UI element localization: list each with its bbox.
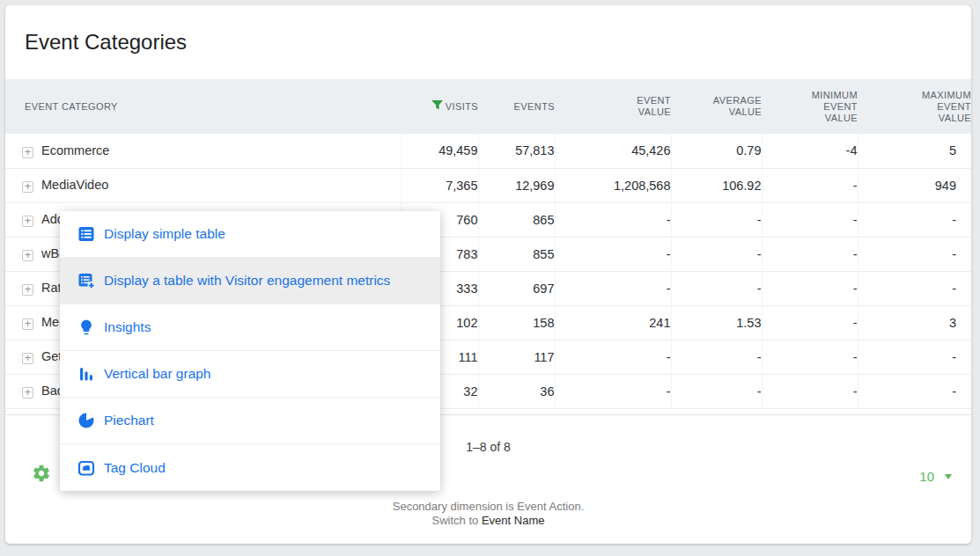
sort-funnel-icon [431,100,443,113]
cell-event-value: - [555,237,671,271]
page-title: Event Categories [5,5,971,79]
column-header-visits[interactable]: VISITS [401,79,478,134]
cell-events: 12,969 [478,168,555,202]
cell-visits: 7,365 [401,168,478,202]
menu-item-vertical-bar-graph[interactable]: Vertical bar graph [60,351,440,398]
expand-icon[interactable] [22,181,33,193]
cell-events: 158 [478,305,555,340]
cell-minimum-event-value: - [762,168,858,202]
column-header-average-value[interactable]: AVERAGE VALUE [671,79,762,134]
expand-icon[interactable] [22,353,33,364]
cell-maximum-event-value: - [858,271,971,305]
cell-maximum-event-value: 3 [858,305,971,340]
menu-item-label: Insights [104,319,151,335]
piechart-icon [77,412,95,429]
cell-minimum-event-value: - [762,202,858,237]
caret-down-icon [945,474,952,479]
report-notes: Secondary dimension is Event Action. Swi… [5,500,971,527]
cell-average-value: 0.79 [671,134,762,168]
gear-icon[interactable] [32,464,51,483]
lightbulb-icon [77,318,95,336]
rows-per-page-selector[interactable]: 10 [919,469,952,484]
menu-item-label: Display simple table [104,226,225,242]
cell-event-value: - [555,202,671,237]
menu-item-label: Vertical bar graph [104,366,211,382]
table-row: Ecommerce 49,459 57,813 45,426 0.79 -4 5 [5,134,971,168]
cell-maximum-event-value: - [858,374,971,408]
bar-graph-icon [77,365,95,383]
menu-item-label: Tag Cloud [104,460,166,476]
header-row: EVENT CATEGORY VISITS EVENTS [5,79,971,134]
cell-minimum-event-value: - [762,271,858,305]
cell-minimum-event-value: - [762,340,858,374]
expand-icon[interactable] [22,318,33,330]
cell-average-value: - [671,271,762,305]
row-label[interactable]: Get [41,349,62,363]
cell-events: 697 [478,271,555,305]
table-icon [77,225,95,243]
cell-minimum-event-value: - [762,374,858,408]
cell-average-value: - [671,374,762,408]
cell-event-value: - [555,374,671,408]
cell-average-value: - [671,340,762,374]
column-header-events[interactable]: EVENTS [478,79,555,134]
row-label[interactable]: MediaVideo [41,178,108,192]
visualization-menu: Display simple table Display a table wit… [60,211,440,491]
cell-events: 865 [478,202,555,237]
cell-maximum-event-value: 5 [858,134,971,168]
switch-dimension-link[interactable]: Event Name [482,514,545,527]
switch-dimension-note: Switch to Event Name [5,514,971,528]
cell-minimum-event-value: -4 [762,134,858,168]
menu-item-piechart[interactable]: Piechart [60,398,440,444]
cell-average-value: - [671,237,762,271]
cell-minimum-event-value: - [762,305,858,340]
expand-icon[interactable] [22,250,33,261]
tag-cloud-icon [77,459,95,477]
cell-events: 57,813 [478,134,555,168]
cell-average-value: 106.92 [671,168,762,202]
table-engagement-icon [77,272,95,289]
column-header-event-category[interactable]: EVENT CATEGORY [5,79,401,134]
cell-events: 117 [478,340,555,374]
secondary-dimension-note: Secondary dimension is Event Action. [5,500,971,514]
menu-item-label: Display a table with Visitor engagement … [104,273,390,289]
column-header-minimum-event-value[interactable]: MINIMUM EVENT VALUE [762,79,858,134]
cell-visits: 49,459 [401,134,478,168]
menu-item-tag-cloud[interactable]: Tag Cloud [60,444,440,491]
expand-icon[interactable] [22,284,33,296]
cell-maximum-event-value: 949 [858,168,971,202]
cell-maximum-event-value: - [858,237,971,271]
cell-event-value: - [555,271,671,305]
cell-minimum-event-value: - [762,237,858,271]
cell-maximum-event-value: - [858,202,971,237]
row-label[interactable]: Ecommerce [41,143,109,157]
cell-average-value: - [671,202,762,237]
menu-item-label: Piechart [104,413,154,428]
expand-icon[interactable] [22,387,33,399]
cell-average-value: 1.53 [671,305,762,340]
page: Event Categories EVENT CATEGORY [0,0,980,556]
expand-icon[interactable] [22,216,33,227]
cell-event-value: - [555,340,671,374]
cell-event-value: 241 [555,305,671,340]
column-header-event-value[interactable]: EVENT VALUE [555,79,671,134]
menu-item-insights[interactable]: Insights [60,304,440,351]
rows-per-page-value: 10 [919,469,934,484]
cell-event-value: 1,208,568 [555,168,671,202]
expand-icon[interactable] [22,147,33,158]
cell-maximum-event-value: - [858,340,971,374]
cell-event-value: 45,426 [555,134,671,168]
cell-events: 36 [478,374,555,408]
cell-events: 855 [478,237,555,271]
column-header-maximum-event-value[interactable]: MAXIMUM EVENT VALUE [858,79,971,134]
menu-item-display-engagement-table[interactable]: Display a table with Visitor engagement … [60,258,440,304]
table-row: MediaVideo 7,365 12,969 1,208,568 106.92… [5,168,971,202]
menu-item-display-simple-table[interactable]: Display simple table [60,211,440,258]
